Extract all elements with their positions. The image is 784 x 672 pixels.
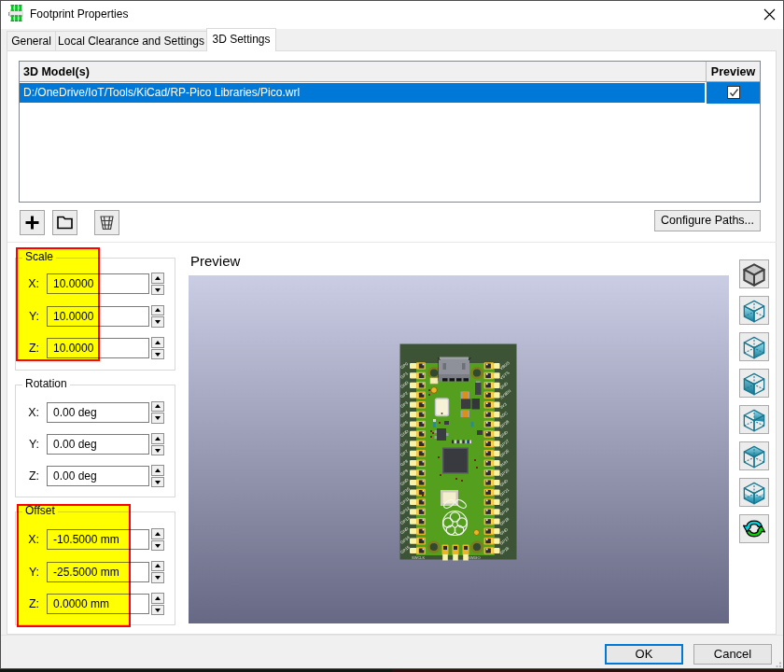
- svg-text:SWDIO: SWDIO: [468, 555, 481, 560]
- svg-text:SWCLK: SWCLK: [412, 555, 426, 560]
